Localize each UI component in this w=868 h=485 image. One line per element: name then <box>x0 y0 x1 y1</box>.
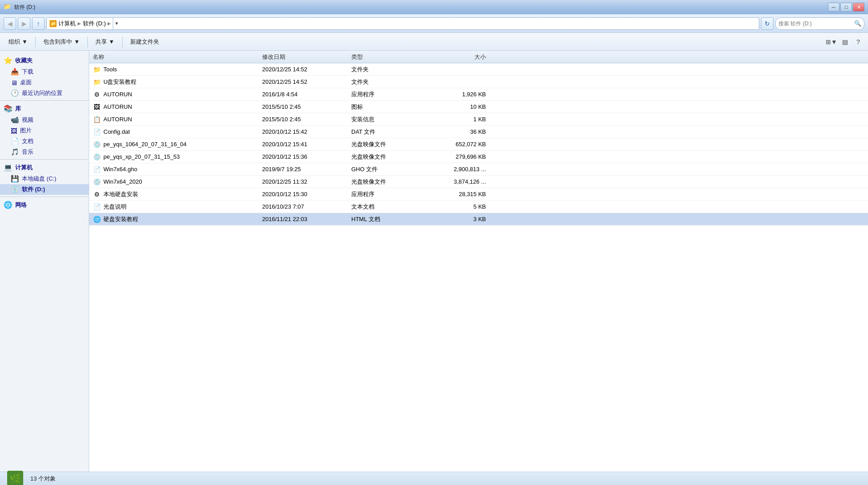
file-date-cell: 2020/12/25 14:52 <box>262 78 351 85</box>
address-segment-drive[interactable]: 软件 (D:) <box>83 20 106 28</box>
table-row[interactable]: 📄 Win7x64.gho 2019/9/7 19:25 GHO 文件 2,90… <box>89 163 868 176</box>
file-list-header: 名称 修改日期 类型 大小 <box>89 51 868 63</box>
window-icon: 📁 <box>4 3 12 11</box>
table-row[interactable]: 🖼 AUTORUN 2015/5/10 2:45 图标 10 KB <box>89 101 868 113</box>
include-lib-button[interactable]: 包含到库中 ▼ <box>38 35 85 49</box>
include-lib-label: 包含到库中 <box>43 38 72 46</box>
file-name-cell: 💿 pe_yqs_1064_20_07_31_16_04 <box>93 140 262 148</box>
sidebar-section-computer: 💻 计算机 💾 本地磁盘 (C:) 💿 软件 (D:) <box>0 161 89 195</box>
search-input[interactable] <box>778 21 852 27</box>
d-drive-icon: 💿 <box>11 185 19 193</box>
file-size-cell: 28,315 KB <box>432 191 490 197</box>
status-count-text: 13 个对象 <box>30 475 56 483</box>
organize-label: 组织 <box>8 38 20 46</box>
file-name-label: Win7x64_2020 <box>103 178 142 185</box>
sidebar-item-download[interactable]: 📥 下载 <box>0 66 89 77</box>
file-size-cell: 2,900,813 ... <box>432 166 490 173</box>
sidebar-item-documents[interactable]: 📄 文档 <box>0 136 89 147</box>
file-name-label: Win7x64.gho <box>103 166 137 173</box>
video-icon: 📹 <box>11 116 19 124</box>
file-size-cell: 10 KB <box>432 103 490 110</box>
file-name-cell: 📄 光盘说明 <box>93 203 262 211</box>
search-icon[interactable]: 🔍 <box>854 20 861 27</box>
library-icon: 📚 <box>4 104 12 113</box>
file-name-label: AUTORUN <box>103 91 132 98</box>
file-type-icon: 🖼 <box>93 103 101 111</box>
back-button[interactable]: ◀ <box>4 17 16 30</box>
file-name-label: Tools <box>103 66 117 73</box>
table-row[interactable]: 📁 U盘安装教程 2020/12/25 14:52 文件夹 <box>89 76 868 88</box>
address-segment-computer[interactable]: 计算机 <box>58 20 76 28</box>
organize-dropdown-icon: ▼ <box>22 38 28 45</box>
computer-label: 计算机 <box>15 164 33 172</box>
address-dropdown-button[interactable]: ▼ <box>113 17 120 30</box>
main-layout: ⭐ 收藏夹 📥 下载 🖥 桌面 🕐 最近访问的位置 📚 库 <box>0 51 868 472</box>
sidebar-section-network: 🌐 网络 <box>0 199 89 211</box>
share-button[interactable]: 共享 ▼ <box>91 35 119 49</box>
sidebar-header-network[interactable]: 🌐 网络 <box>0 199 89 211</box>
table-row[interactable]: 💿 Win7x64_2020 2020/12/25 11:32 光盘映像文件 3… <box>89 176 868 188</box>
recent-icon: 🕐 <box>11 89 19 97</box>
file-date-cell: 2020/10/12 15:36 <box>262 153 351 160</box>
new-folder-label: 新建文件夹 <box>130 38 159 46</box>
file-date-cell: 2020/10/12 15:41 <box>262 141 351 148</box>
sidebar-item-recent[interactable]: 🕐 最近访问的位置 <box>0 88 89 99</box>
pictures-icon: 🖼 <box>11 127 17 135</box>
file-type-cell: HTML 文档 <box>351 215 432 223</box>
table-row[interactable]: 📄 光盘说明 2016/10/23 7:07 文本文档 5 KB <box>89 201 868 213</box>
layout-button[interactable]: ▤ <box>839 36 851 48</box>
column-header-type[interactable]: 类型 <box>351 53 432 61</box>
file-type-cell: 文本文档 <box>351 203 432 211</box>
table-row[interactable]: 💿 pe_yqs_xp_20_07_31_15_53 2020/10/12 15… <box>89 151 868 163</box>
sidebar-header-library[interactable]: 📚 库 <box>0 103 89 115</box>
file-name-cell: 🌐 硬盘安装教程 <box>93 215 262 223</box>
table-row[interactable]: 💿 pe_yqs_1064_20_07_31_16_04 2020/10/12 … <box>89 138 868 151</box>
file-name-cell: 📄 Config.dat <box>93 128 262 136</box>
organize-button[interactable]: 组织 ▼ <box>4 35 33 49</box>
favorites-star-icon: ⭐ <box>4 56 12 65</box>
table-row[interactable]: 🌐 硬盘安装教程 2016/11/21 22:03 HTML 文档 3 KB <box>89 213 868 226</box>
documents-icon: 📄 <box>11 137 19 145</box>
sidebar-header-favorites[interactable]: ⭐ 收藏夹 <box>0 54 89 66</box>
sidebar-item-music[interactable]: 🎵 音乐 <box>0 147 89 157</box>
file-name-cell: ⚙ 本地硬盘安装 <box>93 190 262 198</box>
table-row[interactable]: 📄 Config.dat 2020/10/12 15:42 DAT 文件 36 … <box>89 126 868 138</box>
sidebar-header-computer[interactable]: 💻 计算机 <box>0 161 89 173</box>
sidebar-item-desktop[interactable]: 🖥 桌面 <box>0 77 89 88</box>
column-header-date[interactable]: 修改日期 <box>262 53 351 61</box>
minimize-button[interactable]: ─ <box>828 3 839 12</box>
sidebar-item-d-drive[interactable]: 💿 软件 (D:) <box>0 184 89 195</box>
column-header-size[interactable]: 大小 <box>432 53 490 61</box>
refresh-button[interactable]: ↻ <box>761 17 773 30</box>
include-lib-dropdown-icon: ▼ <box>74 38 80 45</box>
table-row[interactable]: ⚙ AUTORUN 2016/1/8 4:54 应用程序 1,926 KB <box>89 88 868 101</box>
download-icon: 📥 <box>11 68 19 76</box>
table-row[interactable]: ⚙ 本地硬盘安装 2020/10/12 15:30 应用程序 28,315 KB <box>89 188 868 201</box>
forward-button[interactable]: ▶ <box>18 17 30 30</box>
sidebar-item-video[interactable]: 📹 视频 <box>0 115 89 125</box>
table-row[interactable]: 📋 AUTORUN 2015/5/10 2:45 安装信息 1 KB <box>89 113 868 126</box>
column-header-name[interactable]: 名称 <box>93 53 262 61</box>
file-size-cell: 3,874,126 ... <box>432 178 490 185</box>
file-date-cell: 2020/12/25 14:52 <box>262 66 351 73</box>
sidebar-item-pictures[interactable]: 🖼 图片 <box>0 125 89 136</box>
sidebar-item-label-d-drive: 软件 (D:) <box>22 185 45 193</box>
file-name-label: pe_yqs_xp_20_07_31_15_53 <box>103 153 180 160</box>
up-button[interactable]: ↑ <box>32 17 45 30</box>
view-toggle-button[interactable]: ⊞▼ <box>825 36 838 48</box>
help-button[interactable]: ? <box>852 36 864 48</box>
title-bar-buttons: ─ □ ✕ <box>828 3 864 12</box>
file-type-cell: 文件夹 <box>351 78 432 86</box>
share-dropdown-icon: ▼ <box>109 38 115 45</box>
library-label: 库 <box>15 105 21 113</box>
table-row[interactable]: 📁 Tools 2020/12/25 14:52 文件夹 <box>89 63 868 76</box>
file-date-cell: 2016/1/8 4:54 <box>262 91 351 98</box>
sidebar-item-c-drive[interactable]: 💾 本地磁盘 (C:) <box>0 173 89 184</box>
maximize-button[interactable]: □ <box>840 3 852 12</box>
close-button[interactable]: ✕ <box>853 3 864 12</box>
sidebar-section-favorites: ⭐ 收藏夹 📥 下载 🖥 桌面 🕐 最近访问的位置 <box>0 54 89 99</box>
sidebar-divider-3 <box>0 197 89 197</box>
file-name-cell: 📁 U盘安装教程 <box>93 78 262 86</box>
new-folder-button[interactable]: 新建文件夹 <box>125 35 164 49</box>
music-icon: 🎵 <box>11 148 19 156</box>
